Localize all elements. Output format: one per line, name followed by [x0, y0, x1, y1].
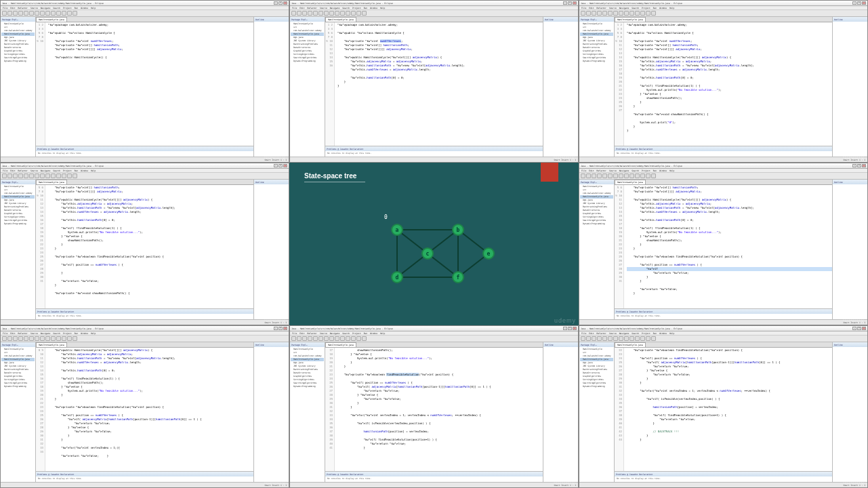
toolbar-button[interactable] [592, 174, 596, 178]
toolbar-button[interactable] [313, 336, 318, 341]
toolbar-button[interactable] [24, 11, 28, 16]
toolbar-button[interactable] [18, 174, 23, 178]
toolbar-button[interactable] [308, 11, 312, 16]
tree-item[interactable]: DynamicProgramming [291, 385, 324, 388]
toolbar-button[interactable] [602, 336, 607, 341]
menu-item[interactable]: Project [63, 332, 72, 335]
toolbar-button[interactable] [7, 336, 12, 341]
menu-item[interactable]: Search [342, 7, 350, 9]
menu-item[interactable]: Navigate [619, 7, 629, 9]
toolbar-button[interactable] [646, 174, 650, 178]
toolbar-button[interactable] [45, 336, 50, 341]
menu-item[interactable]: File [3, 7, 7, 9]
menu-item[interactable]: Refactor [307, 332, 316, 335]
code-area[interactable]: 5 6 7 8 9 10 11 12 13 14 15 16 17 18 19 … [36, 185, 253, 308]
menu-item[interactable]: Edit [589, 169, 594, 172]
menu-item[interactable]: File [292, 332, 297, 335]
maximize-button[interactable]: □ [857, 327, 861, 330]
editor-tab[interactable]: HamiltonianCycle.java [615, 17, 646, 22]
toolbar-button[interactable] [635, 336, 640, 341]
toolbar-button[interactable] [602, 174, 607, 178]
toolbar-button[interactable] [51, 174, 56, 178]
toolbar-button[interactable] [602, 11, 607, 16]
toolbar-button[interactable] [291, 336, 296, 341]
toolbar-button[interactable] [18, 336, 23, 341]
toolbar-button[interactable] [29, 336, 34, 341]
source-text[interactable]: "kw">package com.balazsholczer.udemy; "k… [45, 22, 253, 146]
menu-item[interactable]: Search [342, 332, 350, 335]
close-button[interactable]: × [862, 1, 866, 5]
menu-item[interactable]: Project [352, 332, 361, 335]
menu-item[interactable]: Search [632, 169, 639, 172]
toolbar-button[interactable] [592, 11, 596, 16]
project-tree[interactable]: HamiltonianCycle src com.balazsholczer.u… [290, 347, 325, 389]
toolbar-button[interactable] [597, 336, 602, 341]
toolbar-button[interactable] [13, 174, 18, 178]
menu-item[interactable]: Navigate [41, 332, 50, 335]
tree-item[interactable]: DynamicProgramming [580, 60, 613, 63]
menu-item[interactable]: Window [81, 332, 88, 335]
toolbar-button[interactable] [13, 336, 18, 341]
menu-item[interactable]: File [3, 332, 7, 335]
menu-item[interactable]: Edit [10, 7, 15, 9]
toolbar-button[interactable] [586, 174, 591, 178]
menu-item[interactable]: Project [352, 7, 361, 9]
close-button[interactable]: × [283, 164, 287, 167]
toolbar-button[interactable] [2, 174, 7, 178]
project-tree[interactable]: HamiltonianCycle src com.balazsholczer.u… [579, 22, 614, 64]
toolbar-button[interactable] [646, 336, 650, 341]
menu-item[interactable]: Navigate [619, 169, 629, 172]
toolbar-button[interactable] [629, 174, 634, 178]
toolbar-button[interactable] [335, 11, 339, 16]
toolbar-button[interactable] [2, 336, 7, 341]
toolbar-button[interactable] [608, 336, 613, 341]
project-tree[interactable]: HamiltonianCycle src com.balazsholczer.u… [579, 184, 614, 226]
project-tree[interactable]: HamiltonianCycle src com.balazsholczer.u… [1, 22, 35, 64]
menu-item[interactable]: Navigate [330, 332, 339, 335]
menu-item[interactable]: Help [669, 332, 674, 335]
code-area[interactable]: 22 23 24 25 26 27 28 29 30 31 32 33 34 3… [615, 348, 832, 471]
toolbar-button[interactable] [308, 336, 312, 341]
menu-item[interactable]: Navigate [619, 332, 629, 335]
toolbar-button[interactable] [302, 11, 307, 16]
menu-item[interactable]: Run [75, 332, 78, 335]
maximize-button[interactable]: □ [278, 1, 283, 5]
toolbar-button[interactable] [619, 174, 623, 178]
toolbar-button[interactable] [35, 11, 39, 16]
toolbar-button[interactable] [608, 174, 613, 178]
toolbar-button[interactable] [329, 11, 334, 16]
source-text[interactable]: "kw">package com.balazsholczer.udemy; "k… [335, 22, 543, 146]
toolbar-button[interactable] [651, 174, 656, 178]
menu-item[interactable]: Refactor [307, 7, 316, 9]
toolbar-button[interactable] [73, 11, 77, 16]
toolbar-button[interactable] [646, 11, 650, 16]
menu-item[interactable]: File [3, 169, 7, 172]
toolbar-button[interactable] [2, 11, 7, 16]
menu-item[interactable]: Source [609, 7, 617, 9]
toolbar-button[interactable] [67, 11, 72, 16]
toolbar-button[interactable] [346, 336, 350, 341]
menu-item[interactable]: Project [63, 169, 72, 172]
toolbar-button[interactable] [351, 336, 356, 341]
toolbar-button[interactable] [640, 336, 645, 341]
toolbar-button[interactable] [635, 174, 640, 178]
close-button[interactable]: × [862, 327, 866, 330]
minimize-button[interactable]: – [274, 1, 278, 5]
toolbar-button[interactable] [613, 336, 618, 341]
menu-item[interactable]: Source [320, 332, 327, 335]
toolbar-button[interactable] [24, 174, 28, 178]
toolbar-button[interactable] [651, 11, 656, 16]
toolbar-button[interactable] [24, 336, 28, 341]
menu-item[interactable]: Help [380, 332, 385, 335]
code-area[interactable]: 17 18 19 20 21 22 23 24 25 26 27 28 29 3… [325, 348, 543, 471]
toolbar-button[interactable] [45, 11, 50, 16]
menu-item[interactable]: Window [81, 169, 88, 172]
minimize-button[interactable]: – [274, 164, 278, 167]
toolbar-button[interactable] [51, 336, 56, 341]
toolbar-button[interactable] [356, 11, 361, 16]
maximize-button[interactable]: □ [278, 164, 283, 167]
toolbar-button[interactable] [608, 11, 613, 16]
menu-item[interactable]: Edit [299, 332, 304, 335]
menu-item[interactable]: Search [53, 332, 60, 335]
menu-item[interactable]: Search [53, 7, 60, 9]
